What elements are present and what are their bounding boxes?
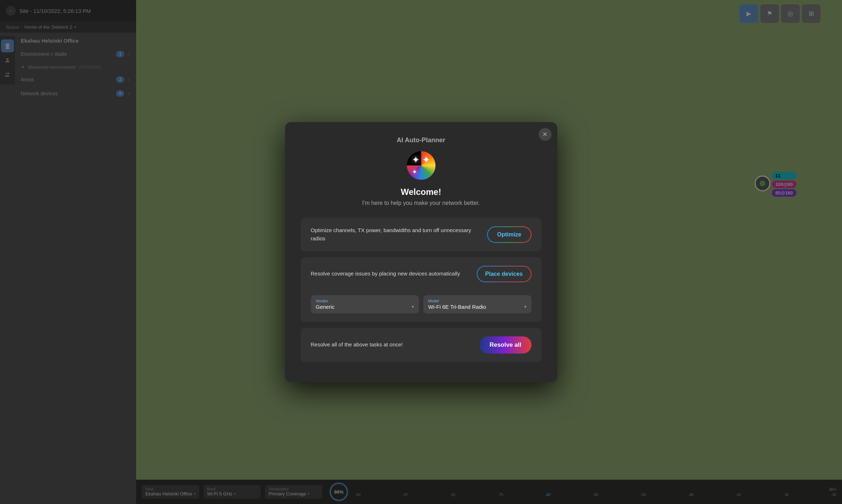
optimize-button[interactable]: Optimize (487, 226, 531, 243)
modal-card-place-row: Resolve coverage issues by placing new d… (311, 266, 531, 282)
vendor-label: Vendor (316, 299, 414, 303)
vendor-dropdown-arrow: ▾ (412, 304, 414, 309)
ai-icon: ✦ ✦✦ (407, 151, 436, 180)
modal-card-resolve-text: Resolve all of the above tasks at once! (311, 341, 472, 349)
stars-icon: ✦ ✦✦ (412, 154, 430, 177)
ai-auto-planner-modal: ✕ AI Auto-Planner ✦ ✦✦ Welcome! I'm here… (285, 122, 557, 382)
modal-card-resolve: Resolve all of the above tasks at once! … (301, 328, 542, 362)
modal-header-title: AI Auto-Planner (301, 136, 542, 144)
vendor-value: Generic ▾ (316, 304, 414, 310)
modal-card-optimize-text: Optimize channels, TX power, bandwidths … (311, 226, 480, 243)
model-value: Wi-Fi 6E Tri-Band Radio ▾ (428, 304, 526, 310)
modal-welcome-subtitle: I'm here to help you make your network b… (301, 200, 542, 206)
place-devices-button[interactable]: Place devices (477, 266, 531, 282)
modal-card-place-text: Resolve coverage issues by placing new d… (311, 270, 470, 278)
model-dropdown-arrow: ▾ (524, 304, 526, 309)
close-icon: ✕ (542, 130, 548, 138)
modal-overlay: ✕ AI Auto-Planner ✦ ✦✦ Welcome! I'm here… (0, 0, 842, 504)
modal-card-optimize: Optimize channels, TX power, bandwidths … (301, 218, 542, 251)
vendor-model-row: Vendor Generic ▾ Model Wi-Fi 6E Tri-Band… (311, 295, 531, 313)
vendor-dropdown[interactable]: Vendor Generic ▾ (311, 295, 419, 313)
model-label: Model (428, 299, 526, 303)
modal-card-place: Resolve coverage issues by placing new d… (301, 257, 542, 322)
model-dropdown[interactable]: Model Wi-Fi 6E Tri-Band Radio ▾ (423, 295, 531, 313)
modal-close-button[interactable]: ✕ (539, 128, 552, 141)
resolve-all-button[interactable]: Resolve all (480, 336, 531, 354)
modal-welcome-title: Welcome! (301, 187, 542, 197)
